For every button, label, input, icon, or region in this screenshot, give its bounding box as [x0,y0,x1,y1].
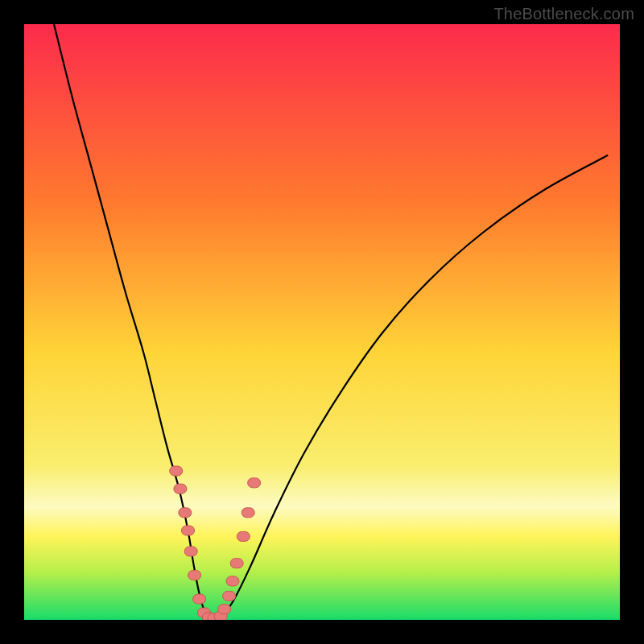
marker-point [237,531,250,541]
marker-point [223,591,236,601]
watermark-text: TheBottleneck.com [493,5,634,23]
marker-point [174,484,187,493]
chart-svg [24,24,620,620]
marker-point [226,576,239,586]
gradient-background [24,24,620,620]
marker-point [218,605,231,614]
marker-point [184,547,197,556]
marker-point [182,526,195,535]
marker-point [230,559,243,568]
chart-canvas: TheBottleneck.com [0,0,644,644]
marker-point [170,466,183,476]
marker-point [242,508,254,518]
plot-area [24,24,620,620]
marker-point [179,508,192,518]
marker-point [193,594,206,604]
marker-point [188,571,201,580]
marker-point [248,478,261,488]
